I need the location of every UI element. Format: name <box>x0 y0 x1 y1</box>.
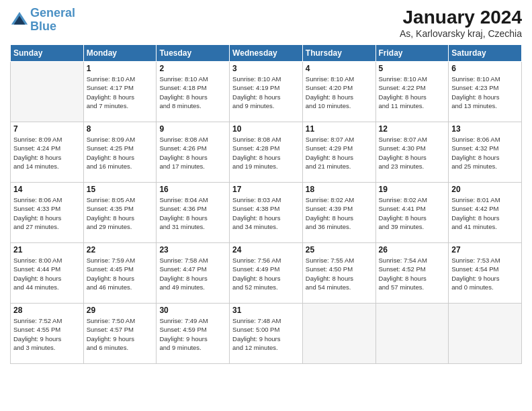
month-year-title: January 2024 <box>400 7 522 28</box>
day-number: 20 <box>451 185 519 194</box>
calendar-cell: 14Sunrise: 8:06 AMSunset: 4:33 PMDayligh… <box>11 183 84 243</box>
day-number: 3 <box>232 64 300 73</box>
calendar-cell: 28Sunrise: 7:52 AMSunset: 4:55 PMDayligh… <box>11 304 84 364</box>
day-number: 6 <box>451 64 519 73</box>
day-info: Sunrise: 7:49 AMSunset: 4:59 PMDaylight:… <box>159 316 226 352</box>
day-info: Sunrise: 8:08 AMSunset: 4:26 PMDaylight:… <box>159 135 226 171</box>
calendar-cell: 15Sunrise: 8:05 AMSunset: 4:35 PMDayligh… <box>83 183 157 243</box>
day-number: 22 <box>87 245 154 255</box>
day-info: Sunrise: 8:10 AMSunset: 4:19 PMDaylight:… <box>232 75 300 110</box>
day-info: Sunrise: 8:01 AMSunset: 4:42 PMDaylight:… <box>451 195 519 231</box>
weekday-header-wednesday: Wednesday <box>230 45 303 62</box>
day-number: 5 <box>379 64 446 73</box>
logo-line2: Blue <box>30 19 56 33</box>
day-info: Sunrise: 8:06 AMSunset: 4:33 PMDaylight:… <box>13 195 81 231</box>
weekday-header-row: SundayMondayTuesdayWednesdayThursdayFrid… <box>11 45 522 62</box>
day-info: Sunrise: 8:06 AMSunset: 4:32 PMDaylight:… <box>451 135 519 171</box>
calendar-cell <box>11 62 84 122</box>
calendar-cell: 29Sunrise: 7:50 AMSunset: 4:57 PMDayligh… <box>83 304 157 364</box>
day-number: 17 <box>232 185 300 194</box>
day-number: 30 <box>159 306 226 315</box>
calendar-cell: 21Sunrise: 8:00 AMSunset: 4:44 PMDayligh… <box>11 243 84 304</box>
day-number: 11 <box>306 124 373 134</box>
day-number: 9 <box>159 124 226 134</box>
calendar-cell: 30Sunrise: 7:49 AMSunset: 4:59 PMDayligh… <box>157 304 230 364</box>
day-number: 2 <box>159 64 226 73</box>
day-info: Sunrise: 7:59 AMSunset: 4:45 PMDaylight:… <box>87 256 154 291</box>
calendar-table: SundayMondayTuesdayWednesdayThursdayFrid… <box>10 44 522 364</box>
calendar-cell: 18Sunrise: 8:02 AMSunset: 4:39 PMDayligh… <box>302 183 375 243</box>
title-section: January 2024 As, Karlovarsky kraj, Czech… <box>400 7 522 39</box>
logo: General Blue <box>10 7 75 34</box>
calendar-cell: 12Sunrise: 8:07 AMSunset: 4:30 PMDayligh… <box>375 122 449 183</box>
logo-icon <box>10 11 29 30</box>
day-info: Sunrise: 8:10 AMSunset: 4:20 PMDaylight:… <box>306 75 373 110</box>
day-number: 29 <box>87 306 154 315</box>
calendar-cell: 6Sunrise: 8:10 AMSunset: 4:23 PMDaylight… <box>449 62 522 122</box>
calendar-cell: 16Sunrise: 8:04 AMSunset: 4:36 PMDayligh… <box>157 183 230 243</box>
calendar-cell: 5Sunrise: 8:10 AMSunset: 4:22 PMDaylight… <box>375 62 449 122</box>
calendar-cell: 9Sunrise: 8:08 AMSunset: 4:26 PMDaylight… <box>157 122 230 183</box>
day-info: Sunrise: 8:08 AMSunset: 4:28 PMDaylight:… <box>232 135 300 171</box>
page-container: General Blue January 2024 As, Karlovarsk… <box>0 0 532 371</box>
week-row-4: 21Sunrise: 8:00 AMSunset: 4:44 PMDayligh… <box>11 243 522 304</box>
day-number: 24 <box>232 245 300 255</box>
calendar-cell: 1Sunrise: 8:10 AMSunset: 4:17 PMDaylight… <box>83 62 157 122</box>
day-info: Sunrise: 8:10 AMSunset: 4:18 PMDaylight:… <box>159 75 226 110</box>
calendar-cell: 23Sunrise: 7:58 AMSunset: 4:47 PMDayligh… <box>157 243 230 304</box>
day-number: 8 <box>87 124 154 134</box>
calendar-cell: 10Sunrise: 8:08 AMSunset: 4:28 PMDayligh… <box>230 122 303 183</box>
calendar-cell <box>375 304 449 364</box>
location-label: As, Karlovarsky kraj, Czechia <box>400 28 522 39</box>
calendar-cell: 25Sunrise: 7:55 AMSunset: 4:50 PMDayligh… <box>302 243 375 304</box>
logo-text: General Blue <box>30 7 75 34</box>
calendar-cell: 19Sunrise: 8:02 AMSunset: 4:41 PMDayligh… <box>375 183 449 243</box>
calendar-cell: 20Sunrise: 8:01 AMSunset: 4:42 PMDayligh… <box>449 183 522 243</box>
day-number: 16 <box>159 185 226 194</box>
day-number: 18 <box>306 185 373 194</box>
logo-line1: General <box>30 6 75 19</box>
day-info: Sunrise: 7:48 AMSunset: 5:00 PMDaylight:… <box>232 316 300 352</box>
day-info: Sunrise: 8:09 AMSunset: 4:24 PMDaylight:… <box>13 135 81 171</box>
day-info: Sunrise: 7:50 AMSunset: 4:57 PMDaylight:… <box>87 316 154 352</box>
calendar-cell <box>302 304 375 364</box>
day-info: Sunrise: 8:02 AMSunset: 4:41 PMDaylight:… <box>379 195 446 231</box>
day-info: Sunrise: 7:52 AMSunset: 4:55 PMDaylight:… <box>13 316 81 352</box>
weekday-header-friday: Friday <box>375 45 449 62</box>
day-number: 14 <box>13 185 81 194</box>
calendar-cell: 27Sunrise: 7:53 AMSunset: 4:54 PMDayligh… <box>449 243 522 304</box>
calendar-cell: 4Sunrise: 8:10 AMSunset: 4:20 PMDaylight… <box>302 62 375 122</box>
weekday-header-sunday: Sunday <box>11 45 84 62</box>
week-row-1: 1Sunrise: 8:10 AMSunset: 4:17 PMDaylight… <box>11 62 522 122</box>
day-info: Sunrise: 7:56 AMSunset: 4:49 PMDaylight:… <box>232 256 300 291</box>
day-info: Sunrise: 8:10 AMSunset: 4:17 PMDaylight:… <box>87 75 154 110</box>
day-number: 27 <box>451 245 519 255</box>
calendar-cell: 7Sunrise: 8:09 AMSunset: 4:24 PMDaylight… <box>11 122 84 183</box>
calendar-cell: 17Sunrise: 8:03 AMSunset: 4:38 PMDayligh… <box>230 183 303 243</box>
day-info: Sunrise: 7:54 AMSunset: 4:52 PMDaylight:… <box>379 256 446 291</box>
weekday-header-tuesday: Tuesday <box>157 45 230 62</box>
day-info: Sunrise: 8:10 AMSunset: 4:23 PMDaylight:… <box>451 75 519 110</box>
day-number: 19 <box>379 185 446 194</box>
page-header: General Blue January 2024 As, Karlovarsk… <box>10 7 522 39</box>
day-number: 1 <box>87 64 154 73</box>
day-number: 25 <box>306 245 373 255</box>
weekday-header-monday: Monday <box>83 45 157 62</box>
day-number: 13 <box>451 124 519 134</box>
day-number: 31 <box>232 306 300 315</box>
calendar-cell: 22Sunrise: 7:59 AMSunset: 4:45 PMDayligh… <box>83 243 157 304</box>
day-number: 21 <box>13 245 81 255</box>
day-info: Sunrise: 8:04 AMSunset: 4:36 PMDaylight:… <box>159 195 226 231</box>
calendar-cell: 24Sunrise: 7:56 AMSunset: 4:49 PMDayligh… <box>230 243 303 304</box>
weekday-header-thursday: Thursday <box>302 45 375 62</box>
week-row-3: 14Sunrise: 8:06 AMSunset: 4:33 PMDayligh… <box>11 183 522 243</box>
calendar-cell: 3Sunrise: 8:10 AMSunset: 4:19 PMDaylight… <box>230 62 303 122</box>
day-number: 7 <box>13 124 81 134</box>
calendar-cell: 31Sunrise: 7:48 AMSunset: 5:00 PMDayligh… <box>230 304 303 364</box>
day-info: Sunrise: 7:58 AMSunset: 4:47 PMDaylight:… <box>159 256 226 291</box>
day-number: 23 <box>159 245 226 255</box>
day-info: Sunrise: 7:53 AMSunset: 4:54 PMDaylight:… <box>451 256 519 291</box>
day-info: Sunrise: 8:07 AMSunset: 4:30 PMDaylight:… <box>379 135 446 171</box>
calendar-cell: 13Sunrise: 8:06 AMSunset: 4:32 PMDayligh… <box>449 122 522 183</box>
day-number: 10 <box>232 124 300 134</box>
